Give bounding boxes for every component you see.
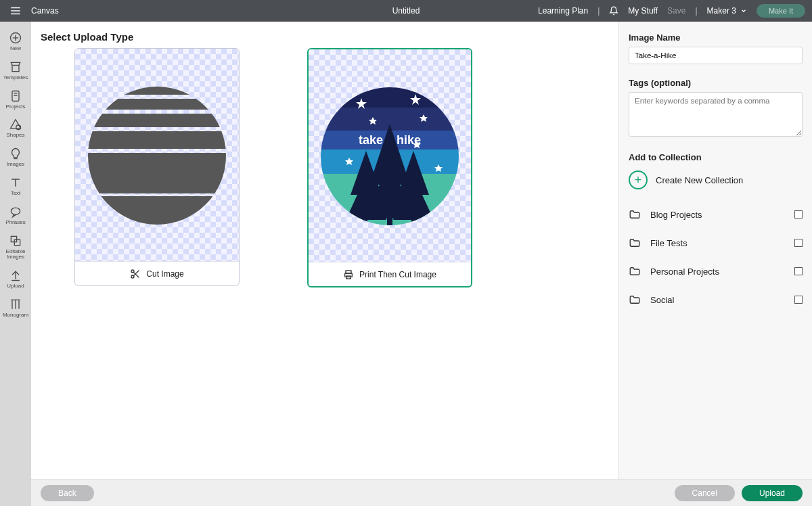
cut-image-label: Cut Image — [146, 269, 183, 279]
cancel-button[interactable]: Cancel — [675, 485, 735, 501]
rail-projects[interactable]: Projects — [0, 85, 31, 114]
rail-upload[interactable]: Upload — [0, 264, 31, 294]
cut-image-preview — [75, 49, 239, 261]
print-then-cut-preview: take a hike — [309, 49, 471, 262]
svg-rect-6 — [12, 91, 19, 101]
rail-images[interactable]: Images — [0, 143, 31, 172]
rail-phrases[interactable]: Phrases — [0, 201, 31, 230]
rail-label: Templates — [3, 75, 28, 81]
svg-rect-14 — [11, 236, 16, 242]
svg-rect-15 — [14, 239, 20, 245]
svg-rect-23 — [76, 87, 238, 95]
rail-label: Images — [7, 162, 24, 168]
svg-rect-52 — [411, 217, 416, 224]
top-bar: Canvas Untitled Learning Plan | My Stuff… — [0, 0, 812, 22]
print-then-cut-label: Print Then Cut Image — [359, 270, 436, 279]
print-then-cut-card[interactable]: take a hike — [307, 48, 472, 288]
plus-circle-icon: + — [629, 170, 648, 189]
rail-label: Editable Images — [6, 249, 26, 261]
image-name-label: Image Name — [629, 32, 803, 43]
svg-rect-24 — [76, 99, 238, 110]
back-button[interactable]: Back — [41, 485, 94, 501]
my-stuff-link[interactable]: My Stuff — [628, 6, 658, 16]
collection-row[interactable]: Social — [629, 285, 803, 314]
separator: | — [597, 6, 600, 16]
collection-checkbox[interactable] — [794, 239, 803, 247]
svg-rect-28 — [76, 196, 238, 227]
rail-label: New — [10, 46, 21, 52]
svg-rect-27 — [76, 153, 238, 193]
rail-label: Upload — [7, 283, 24, 290]
folder-icon — [629, 294, 641, 306]
create-new-label: Create New Collection — [656, 175, 743, 185]
rail-text[interactable]: Text — [0, 172, 31, 201]
footer-bar: Back Cancel Upload — [31, 479, 812, 506]
rail-shapes[interactable]: Shapes — [0, 114, 31, 143]
svg-point-29 — [131, 270, 134, 273]
separator: | — [695, 6, 697, 16]
canvas-label[interactable]: Canvas — [31, 6, 59, 16]
rail-editable-images[interactable]: Editable Images — [0, 230, 31, 265]
svg-rect-26 — [76, 131, 238, 149]
page-heading: Select Upload Type — [31, 22, 618, 48]
folder-icon — [629, 265, 641, 277]
menu-icon[interactable] — [0, 5, 31, 17]
learning-plan-link[interactable]: Learning Plan — [538, 6, 588, 16]
make-it-button[interactable]: Make It — [757, 4, 805, 18]
right-panel: Image Name Tags (optional) Add to Collec… — [618, 22, 812, 479]
collection-name: Personal Projects — [650, 267, 785, 277]
bell-icon[interactable] — [609, 6, 618, 16]
chevron-down-icon — [740, 7, 747, 14]
tags-label: Tags (optional) — [629, 78, 803, 88]
collection-row[interactable]: Personal Projects — [629, 257, 803, 285]
rail-templates[interactable]: Templates — [0, 56, 31, 85]
svg-rect-51 — [363, 217, 367, 224]
svg-point-13 — [11, 208, 20, 214]
cut-image-card[interactable]: Cut Image — [74, 48, 240, 286]
rail-label: Projects — [6, 104, 26, 110]
left-rail: New Templates Projects Shapes Images Tex… — [0, 22, 31, 506]
svg-rect-34 — [309, 87, 471, 108]
scissors-icon — [130, 269, 141, 279]
svg-rect-50 — [387, 217, 392, 225]
machine-name: Maker 3 — [707, 6, 736, 16]
folder-icon — [629, 237, 641, 249]
upload-button[interactable]: Upload — [742, 485, 803, 501]
collection-checkbox[interactable] — [794, 210, 803, 218]
rail-label: Phrases — [5, 220, 25, 226]
rail-new[interactable]: New — [0, 27, 31, 56]
tags-input[interactable] — [629, 92, 803, 137]
collection-checkbox[interactable] — [794, 296, 803, 304]
create-new-collection[interactable]: + Create New Collection — [629, 170, 803, 189]
rail-label: Text — [11, 191, 21, 197]
main-area: Select Upload Type — [31, 22, 618, 479]
save-link[interactable]: Save — [667, 6, 685, 16]
svg-point-30 — [131, 275, 134, 278]
rail-monogram[interactable]: Monogram — [0, 294, 31, 323]
collection-checkbox[interactable] — [794, 267, 803, 275]
collection-name: Blog Projects — [650, 210, 785, 220]
rail-label: Shapes — [6, 133, 24, 139]
collection-name: File Tests — [650, 238, 785, 248]
image-name-input[interactable] — [629, 47, 803, 64]
printer-icon — [343, 269, 354, 280]
machine-selector[interactable]: Maker 3 — [707, 6, 747, 16]
collection-row[interactable]: Blog Projects — [629, 200, 803, 229]
svg-rect-25 — [76, 114, 238, 127]
folder-icon — [629, 208, 641, 221]
collection-name: Social — [650, 295, 785, 305]
collection-row[interactable]: File Tests — [629, 229, 803, 257]
add-collection-label: Add to Collection — [629, 152, 803, 162]
rail-label: Monogram — [3, 313, 28, 319]
